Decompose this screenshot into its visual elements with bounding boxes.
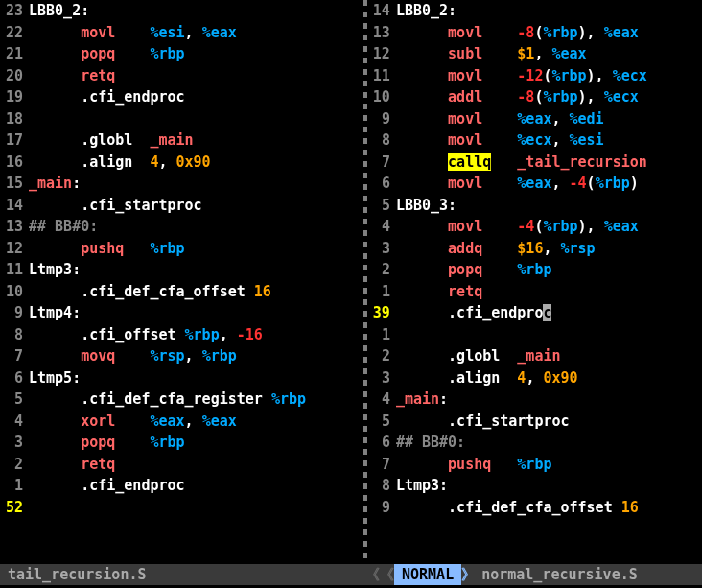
code-line[interactable]: 13 movl -8(%rbp), %eax [367,22,702,44]
code-content: Ltmp5: [29,367,363,389]
code-line[interactable]: 9 .cfi_def_cfa_offset 16 [367,497,702,519]
line-number: 14 [367,0,396,22]
line-number: 16 [0,152,29,174]
code-content: xorl %eax, %eax [29,411,363,433]
left-pane[interactable]: 23LBB0_2:22 movl %esi, %eax21 popq %rbp2… [0,0,363,561]
code-line[interactable]: 12 pushq %rbp [0,238,363,260]
code-line[interactable]: 4 xorl %eax, %eax [0,411,363,433]
code-line[interactable]: 3 popq %rbp [0,432,363,454]
code-line[interactable]: 18 [0,108,363,130]
code-content: .cfi_endproc [29,475,363,497]
line-number: 6 [367,173,396,195]
code-line[interactable]: 9Ltmp4: [0,302,363,324]
code-content: movl -4(%rbp), %eax [396,216,702,238]
mode-indicator: NORMAL [394,564,461,586]
code-content: ## BB#0: [396,432,702,454]
code-line[interactable]: 4_main: [367,388,702,411]
line-number: 4 [367,216,396,238]
code-line[interactable]: 8Ltmp3: [367,475,702,497]
code-line[interactable]: 52 [0,497,363,519]
code-line[interactable]: 15_main: [0,173,363,195]
status-arrows-icon: 《《 [365,564,394,586]
code-line[interactable]: 4 movl -4(%rbp), %eax [367,216,702,238]
line-number: 2 [0,454,29,476]
line-number: 6 [0,367,29,389]
line-number: 12 [367,43,396,65]
code-line[interactable]: 14LBB0_2: [367,0,702,22]
line-number: 52 [0,497,29,519]
code-line[interactable]: 2 retq [0,454,363,476]
line-number: 22 [0,22,29,44]
code-line[interactable]: 6Ltmp5: [0,367,363,389]
code-content: _main: [29,173,363,195]
code-content [29,108,363,130]
code-line[interactable]: 3 addq $16, %rsp [367,238,702,260]
code-content: Ltmp3: [396,475,702,497]
code-content: addq $16, %rsp [396,238,702,260]
code-line[interactable]: 17 .globl _main [0,129,363,152]
code-line[interactable]: 3 .align 4, 0x90 [367,367,702,389]
line-number: 5 [0,388,29,411]
code-content: pushq %rbp [396,454,702,476]
code-content: .align 4, 0x90 [29,152,363,174]
code-content: .cfi_endproc [29,86,363,108]
code-line[interactable]: 5 .cfi_startproc [367,411,702,433]
status-right-filename: normal_recursive.S [476,564,702,586]
line-number: 4 [0,411,29,433]
line-number: 15 [0,173,29,195]
code-line[interactable]: 20 retq [0,65,363,87]
line-number: 13 [0,216,29,238]
code-content: LBB0_2: [396,0,702,22]
code-line[interactable]: 9 movl %eax, %edi [367,108,702,130]
code-line[interactable]: 11 movl -12(%rbp), %ecx [367,65,702,87]
code-line[interactable]: 1 .cfi_endproc [0,475,363,497]
line-number: 3 [367,367,396,389]
line-number: 9 [0,302,29,324]
code-line[interactable]: 12 subl $1, %eax [367,43,702,65]
code-content: _main: [396,388,702,411]
code-line[interactable]: 16 .align 4, 0x90 [0,152,363,174]
code-line[interactable]: 7 pushq %rbp [367,454,702,476]
code-line[interactable]: 10 .cfi_def_cfa_offset 16 [0,281,363,303]
line-number: 10 [0,281,29,303]
status-left-filename: tail_recursion.S [0,564,365,586]
line-number: 18 [0,108,29,130]
line-number: 7 [367,152,396,174]
code-line[interactable]: 1 [367,324,702,346]
code-line[interactable]: 1 retq [367,281,702,303]
code-line[interactable]: 23LBB0_2: [0,0,363,22]
line-number: 1 [0,475,29,497]
code-content: subl $1, %eax [396,43,702,65]
code-line[interactable]: 2 popq %rbp [367,259,702,281]
code-line[interactable]: 5LBB0_3: [367,195,702,217]
code-line[interactable]: 6 movl %eax, -4(%rbp) [367,173,702,195]
code-line[interactable]: 21 popq %rbp [0,43,363,65]
code-content: movl %esi, %eax [29,22,363,44]
line-number: 17 [0,129,29,152]
line-number: 20 [0,65,29,87]
code-line[interactable]: 19 .cfi_endproc [0,86,363,108]
code-content: ## BB#0: [29,216,363,238]
code-line[interactable]: 10 addl -8(%rbp), %ecx [367,86,702,108]
line-number: 8 [367,475,396,497]
code-line[interactable]: 2 .globl _main [367,345,702,367]
line-number: 4 [367,388,396,411]
right-pane[interactable]: 14LBB0_2:13 movl -8(%rbp), %eax12 subl $… [367,0,702,561]
code-line[interactable]: 7 movq %rsp, %rbp [0,345,363,367]
code-line[interactable]: 6## BB#0: [367,432,702,454]
code-content: .cfi_def_cfa_offset 16 [396,497,702,519]
code-line[interactable]: 39 .cfi_endproc [367,302,702,324]
code-line[interactable]: 22 movl %esi, %eax [0,22,363,44]
line-number: 13 [367,22,396,44]
code-line[interactable]: 11Ltmp3: [0,259,363,281]
line-number: 11 [367,65,396,87]
code-line[interactable]: 5 .cfi_def_cfa_register %rbp [0,388,363,411]
line-number: 19 [0,86,29,108]
code-line[interactable]: 13## BB#0: [0,216,363,238]
code-content: retq [396,281,702,303]
code-line[interactable]: 14 .cfi_startproc [0,195,363,217]
code-line[interactable]: 8 movl %ecx, %esi [367,129,702,152]
code-line[interactable]: 8 .cfi_offset %rbp, -16 [0,324,363,346]
code-content: .globl _main [396,345,702,367]
code-line[interactable]: 7 callq _tail_recursion [367,152,702,174]
